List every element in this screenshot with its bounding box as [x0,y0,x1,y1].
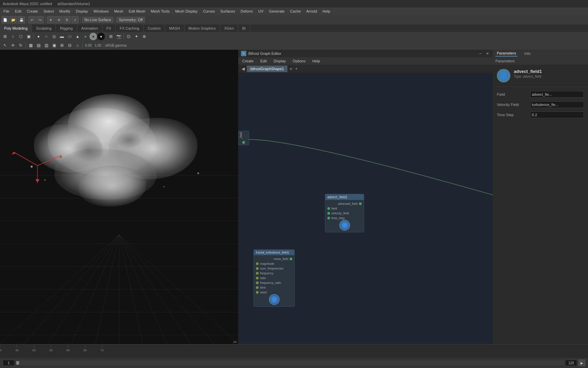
icon2-edge[interactable]: ▤ [35,42,42,49]
module-tab-fx[interactable]: FX [102,25,116,32]
turbulence-input-magnitude[interactable]: magnitude [254,261,294,266]
menu-arnold[interactable]: Arnold [304,9,319,14]
symmetry-btn[interactable]: Symmetry: Off [116,17,145,23]
menu-edit-mesh[interactable]: Edit Mesh [127,9,147,14]
menu-mesh-display[interactable]: Mesh Display [173,9,200,14]
params-tab-parameters[interactable]: Parameters [495,50,518,57]
param-input-field[interactable] [530,91,584,98]
icon2-uv[interactable]: ⊞ [58,42,66,49]
icon-lasso[interactable]: ○ [9,33,17,40]
turbulence-input-numfreq[interactable]: num_frequencies [254,266,294,271]
menu-select[interactable]: Select [42,9,56,14]
turbulence-input-time[interactable]: time [254,285,294,290]
turbulence-output-port[interactable]: noise_field [254,257,294,261]
current-frame-input[interactable] [3,360,15,366]
bifrost-close-btn[interactable]: ✕ [485,51,490,56]
icon2-select[interactable]: ↖ [1,42,9,49]
param-input-timestep[interactable] [530,111,584,118]
menu-file[interactable]: File [1,9,12,14]
icon-cube[interactable]: ▣ [25,33,32,40]
menu-curves[interactable]: Curves [201,9,217,14]
icon-light-sphere[interactable]: ○ [43,33,50,40]
module-tab-bi[interactable]: Bi [238,25,250,32]
bifrost-menu-display[interactable]: Display [271,58,289,64]
icon2-vertex[interactable]: ▣ [50,42,58,49]
module-tab-motion-graphics[interactable]: Motion Graphics [184,25,220,32]
undo-btn[interactable]: ↩ [28,16,36,24]
icon2-rotate[interactable]: ↻ [17,42,24,49]
icon-torus[interactable]: ◎ [50,33,58,40]
module-tab-animation[interactable]: Animation [77,25,102,32]
icon2-face[interactable]: ▥ [43,42,50,49]
menu-generate[interactable]: Generate [267,9,287,14]
icon-snap[interactable]: ⊡ [125,33,132,40]
menu-help[interactable]: Help [321,9,332,14]
menu-windows[interactable]: Windows [92,9,111,14]
bifrost-nav-back[interactable]: ◀ [240,66,247,72]
scale-btn[interactable]: ⤢ [71,16,79,24]
advect-output-port[interactable]: advected_field [325,201,364,206]
menu-deform[interactable]: Deform [239,9,255,14]
bifrost-menu-help[interactable]: Help [310,58,323,64]
module-tab-custom[interactable]: Custom [144,25,165,32]
module-tab-sculpting[interactable]: Sculpting [32,25,56,32]
icon-green-sphere[interactable]: ● [82,33,89,40]
viewport[interactable]: pe [0,50,238,344]
left-input-node[interactable]: _field [238,131,249,145]
bifrost-tab-add[interactable]: + [294,66,299,72]
turbulence-input-freqratio[interactable]: frequency_ratio [254,280,294,285]
module-tab-xgen[interactable]: XGen [220,25,238,32]
advect-input-field[interactable]: field [325,206,364,211]
bifrost-graph-area[interactable]: _field advect_field1 ⋯ advected_field [238,73,493,344]
icon-black-sphere[interactable]: ● [97,33,105,40]
menu-uv[interactable]: UV [256,9,265,14]
bifrost-graph-tab[interactable]: bifrostGraphShape1 [247,65,288,72]
bifrost-tab-close[interactable]: ✕ [288,66,294,72]
advect-field-node[interactable]: advect_field1 ⋯ advected_field field [325,194,364,232]
rotate-btn[interactable]: ↻ [63,16,71,24]
no-live-surface-btn[interactable]: No Live Surface [82,17,113,23]
module-tab-poly-modeling[interactable]: Poly Modeling [0,25,32,32]
icon2-grid[interactable]: ▦ [27,42,34,49]
select-btn[interactable]: ✦ [47,16,54,24]
left-output-port[interactable] [242,141,245,144]
bifrost-menu-create[interactable]: Create [240,58,256,64]
turbulence-input-freq[interactable]: frequency [254,271,294,276]
bifrost-minimize-btn[interactable]: ─ [478,51,483,56]
module-tab-mash[interactable]: MASH [165,25,184,32]
new-scene-btn[interactable]: 📄 [1,16,9,24]
menu-edit[interactable]: Edit [13,9,23,14]
module-tab-fxcaching[interactable]: FX Caching [116,25,144,32]
advect-input-velocity[interactable]: velocity_field [325,211,364,216]
module-tab-rigging[interactable]: Rigging [56,25,77,32]
timeline[interactable]: 40 45 50 55 60 65 70 [0,344,588,358]
icon2-smooth[interactable]: ⌂ [74,42,81,49]
icon2-move[interactable]: ✛ [9,42,17,49]
menu-surfaces[interactable]: Surfaces [218,9,237,14]
redo-btn[interactable]: ↪ [36,16,44,24]
param-input-velocity[interactable] [530,101,584,108]
menu-mesh-tools[interactable]: Mesh Tools [149,9,172,14]
icon-grid[interactable]: ⊞ [107,33,115,40]
icon-pin[interactable]: ⊕ [141,33,148,40]
menu-modify[interactable]: Modify [57,9,72,14]
turbulence-input-ratio[interactable]: ratio [254,276,294,280]
icon-sphere[interactable]: ● [35,33,42,40]
params-tab-info[interactable]: Info [523,51,532,56]
menu-mesh[interactable]: Mesh [112,9,125,14]
open-btn[interactable]: 📂 [10,16,17,24]
end-frame-input[interactable] [565,360,577,366]
menu-create[interactable]: Create [25,9,40,14]
icon2-normals[interactable]: ⊟ [66,42,74,49]
icon-paint[interactable]: ⬡ [17,33,24,40]
icon-select-all[interactable]: ⊞ [1,33,9,40]
icon-dark-sphere[interactable]: ● [89,33,97,40]
move-btn[interactable]: ✛ [55,16,63,24]
turbulence-field-node[interactable]: fractal_turbulence_field1 ⋯ noise_field … [254,249,295,307]
icon-snap2[interactable]: ✦ [133,33,140,40]
bifrost-menu-edit[interactable]: Edit [258,58,270,64]
icon-plane[interactable]: ▬ [58,33,66,40]
bifrost-menu-options[interactable]: Options [290,58,308,64]
play-button[interactable]: ▶ [578,359,585,366]
icon-cone[interactable]: ▲ [74,33,81,40]
